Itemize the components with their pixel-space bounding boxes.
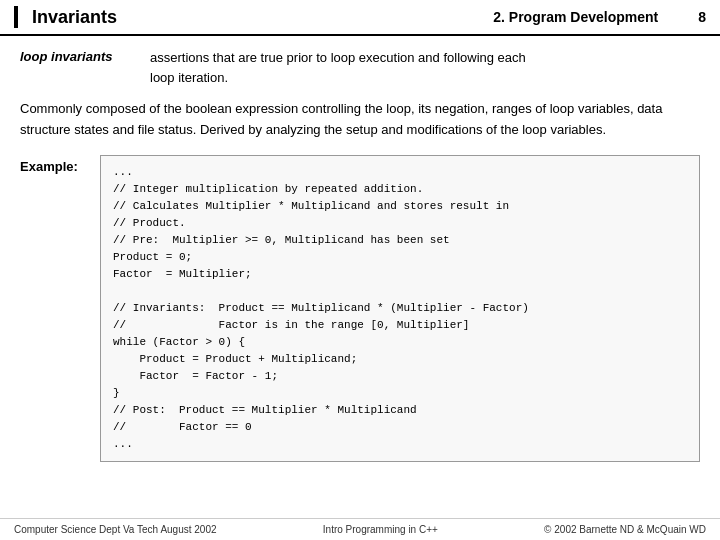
def-desc-line1: assertions that are true prior to loop e… bbox=[150, 50, 526, 65]
main-content: loop invariants assertions that are true… bbox=[0, 36, 720, 472]
header-page: 8 bbox=[698, 9, 706, 25]
footer-right: © 2002 Barnette ND & McQuain WD bbox=[544, 524, 706, 535]
def-desc-line2: loop iteration. bbox=[150, 70, 228, 85]
footer-left: Computer Science Dept Va Tech August 200… bbox=[14, 524, 217, 535]
definition-description: assertions that are true prior to loop e… bbox=[150, 48, 700, 87]
footer-center: Intro Programming in C++ bbox=[323, 524, 438, 535]
example-container: Example: ... // Integer multiplication b… bbox=[20, 155, 700, 463]
definition-term: loop invariants bbox=[20, 48, 150, 64]
example-label: Example: bbox=[20, 155, 90, 174]
header-left: Invariants bbox=[14, 6, 117, 28]
header: Invariants 2. Program Development 8 bbox=[0, 0, 720, 36]
code-block: ... // Integer multiplication by repeate… bbox=[100, 155, 700, 463]
footer: Computer Science Dept Va Tech August 200… bbox=[0, 518, 720, 540]
header-section: 2. Program Development bbox=[493, 9, 658, 25]
header-rule-icon bbox=[14, 6, 18, 28]
slide-page: Invariants 2. Program Development 8 loop… bbox=[0, 0, 720, 540]
body-paragraph: Commonly composed of the boolean express… bbox=[20, 99, 700, 141]
page-title: Invariants bbox=[32, 7, 117, 28]
header-right: 2. Program Development 8 bbox=[493, 9, 706, 25]
definition-row: loop invariants assertions that are true… bbox=[20, 48, 700, 87]
